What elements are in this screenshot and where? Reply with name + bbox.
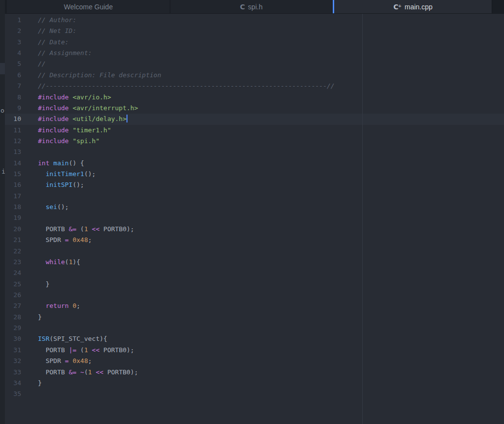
line-number[interactable]: 18 (5, 202, 21, 212)
line-text: // Assignment: (38, 48, 92, 59)
code-line[interactable]: 33 PORTB &= ~(1 << PORTB0); (5, 367, 504, 378)
line-number[interactable]: 5 (5, 59, 21, 69)
line-number[interactable]: 34 (5, 378, 21, 389)
code-line[interactable]: 16 initSPI(); (5, 180, 504, 190)
line-number[interactable]: 6 (5, 70, 21, 81)
code-line[interactable]: 4// Assignment: (5, 48, 504, 59)
code-line[interactable]: 28} (5, 312, 504, 323)
code-line[interactable]: 24 (5, 268, 504, 278)
line-number[interactable]: 10 (5, 114, 21, 124)
line-number[interactable]: 11 (5, 125, 21, 136)
code-token: ISR (38, 335, 49, 342)
code-line[interactable]: 30ISR(SPI_STC_vect){ (5, 333, 504, 344)
code-token: PORTB0); (99, 225, 134, 233)
tab-bar: Welcome GuideCspi.hC+main.cpp (5, 0, 504, 14)
code-line[interactable]: 15 initTimer1(); (5, 169, 504, 180)
line-number[interactable]: 31 (5, 345, 21, 356)
code-line[interactable]: 17 (5, 191, 504, 202)
code-line[interactable]: 31 PORTB |= (1 << PORTB0); (5, 345, 504, 356)
text-editor[interactable]: 1// Author:2// Net ID:3// Date:4// Assig… (5, 14, 504, 424)
line-number[interactable]: 22 (5, 246, 21, 257)
code-token: <avr/io.h> (72, 93, 111, 101)
code-line[interactable]: 8#include <avr/io.h> (5, 92, 504, 103)
code-line[interactable]: 10#include <util/delay.h> (5, 114, 504, 124)
code-line[interactable]: 5// (5, 59, 504, 69)
code-token: ( (76, 225, 84, 233)
line-text: } (38, 312, 42, 323)
code-line[interactable]: 3// Date: (5, 37, 504, 48)
code-line[interactable]: 20 PORTB &= (1 << PORTB0); (5, 224, 504, 235)
line-number[interactable]: 19 (5, 212, 21, 223)
code-line[interactable]: 35 (5, 389, 504, 399)
code-token (38, 181, 46, 188)
line-number[interactable]: 13 (5, 147, 21, 157)
tree-item-clipped-label[interactable]: i (1, 168, 5, 175)
line-number[interactable]: 16 (5, 180, 21, 190)
line-number[interactable]: 27 (5, 301, 21, 311)
line-text: PORTB &= ~(1 << PORTB0); (38, 367, 138, 378)
code-token: // Description: File description (38, 71, 161, 79)
tab-spi-h[interactable]: Cspi.h (170, 0, 333, 13)
code-line[interactable]: 34} (5, 378, 504, 389)
code-line[interactable]: 2// Net ID: (5, 26, 504, 36)
code-token: = (65, 357, 69, 364)
code-token: initSPI (46, 181, 73, 188)
line-number[interactable]: 33 (5, 367, 21, 378)
line-number[interactable]: 8 (5, 92, 21, 103)
code-line[interactable]: 32 SPDR = 0x48; (5, 356, 504, 366)
line-number[interactable]: 2 (5, 26, 21, 36)
code-line[interactable]: 29 (5, 323, 504, 333)
code-line[interactable]: 27 return 0; (5, 301, 504, 311)
code-line[interactable]: 26 (5, 290, 504, 301)
code-token: ( (76, 346, 84, 354)
code-line[interactable]: 11#include "timer1.h" (5, 125, 504, 136)
code-line[interactable]: 1// Author: (5, 15, 504, 26)
line-text: // Author: (38, 15, 76, 26)
code-line[interactable]: 22 (5, 246, 504, 257)
line-number[interactable]: 23 (5, 257, 21, 268)
code-line[interactable]: 23 while(1){ (5, 257, 504, 268)
code-line[interactable]: 14int main() { (5, 158, 504, 169)
line-number[interactable]: 20 (5, 224, 21, 235)
line-number[interactable]: 29 (5, 323, 21, 333)
line-number[interactable]: 12 (5, 136, 21, 147)
line-number[interactable]: 7 (5, 81, 21, 91)
code-token: <util/delay.h> (72, 115, 126, 122)
tree-view-selected-item[interactable] (0, 63, 5, 74)
line-number[interactable]: 35 (5, 389, 21, 399)
line-number[interactable]: 32 (5, 356, 21, 366)
code-line[interactable]: 9#include <avr/interrupt.h> (5, 103, 504, 114)
line-text: #include "spi.h" (38, 136, 99, 147)
code-token: 1 (84, 346, 88, 354)
code-token: initTimer1 (46, 170, 84, 178)
code-token: ; (88, 357, 92, 364)
line-number[interactable]: 21 (5, 235, 21, 245)
code-line[interactable]: 19 (5, 212, 504, 223)
tab-main-cpp[interactable]: C+main.cpp (333, 0, 492, 13)
line-number[interactable]: 24 (5, 268, 21, 278)
code-token (38, 170, 46, 178)
line-number[interactable]: 3 (5, 37, 21, 48)
code-token: |= (69, 346, 77, 354)
line-number[interactable]: 1 (5, 15, 21, 26)
line-number[interactable]: 28 (5, 312, 21, 323)
line-number[interactable]: 25 (5, 279, 21, 290)
line-number[interactable]: 14 (5, 158, 21, 169)
tree-view-sliver[interactable]: oi (0, 0, 5, 424)
tab-welcome-guide[interactable]: Welcome Guide (7, 0, 170, 13)
code-line[interactable]: 7//-------------------------------------… (5, 81, 504, 91)
code-line[interactable]: 13 (5, 147, 504, 157)
line-number[interactable]: 26 (5, 290, 21, 301)
line-number[interactable]: 30 (5, 333, 21, 344)
code-line[interactable]: 21 SPDR = 0x48; (5, 235, 504, 245)
code-token: 0x48 (72, 236, 88, 243)
code-line[interactable]: 18 sei(); (5, 202, 504, 212)
tree-item-clipped-label[interactable]: o (0, 107, 4, 114)
code-line[interactable]: 12#include "spi.h" (5, 136, 504, 147)
line-number[interactable]: 9 (5, 103, 21, 114)
line-number[interactable]: 15 (5, 169, 21, 180)
code-line[interactable]: 25 } (5, 279, 504, 290)
code-line[interactable]: 6// Description: File description (5, 70, 504, 81)
line-number[interactable]: 17 (5, 191, 21, 202)
line-number[interactable]: 4 (5, 48, 21, 59)
